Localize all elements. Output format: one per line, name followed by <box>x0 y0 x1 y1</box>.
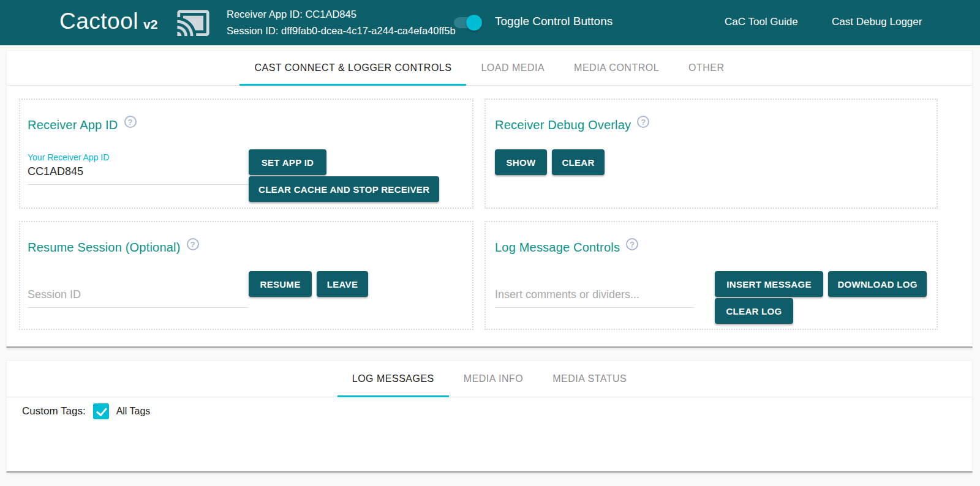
app-logo: Cactool v2 <box>59 9 157 34</box>
log-message-input[interactable] <box>495 286 694 308</box>
controls-card: CAST CONNECT & LOGGER CONTROLS LOAD MEDI… <box>6 50 973 348</box>
app-logo-text: Cactool <box>59 9 138 34</box>
set-app-id-button[interactable]: SET APP ID <box>249 149 326 175</box>
receiver-app-id-title: Receiver App ID ? <box>28 118 137 132</box>
resume-session-title: Resume Session (Optional) ? <box>28 241 199 255</box>
tab-media-info[interactable]: MEDIA INFO <box>449 361 538 397</box>
log-message-controls-panel: Log Message Controls ? INSERT MESSAGE DO… <box>484 221 938 330</box>
tab-media-control[interactable]: MEDIA CONTROL <box>559 51 674 85</box>
download-log-button[interactable]: DOWNLOAD LOG <box>828 271 927 297</box>
log-message-field <box>495 286 694 308</box>
app-header: Cactool v2 Receiver App ID: CC1AD845 Ses… <box>0 0 980 45</box>
cast-debug-logger-link[interactable]: Cast Debug Logger <box>832 16 922 28</box>
session-id-line: Session ID: dff9fab0-dcea-4c17-a244-ca4e… <box>227 23 456 39</box>
receiver-app-id-field: Your Receiver App ID <box>28 152 248 185</box>
tab-media-status[interactable]: MEDIA STATUS <box>538 361 641 397</box>
session-info: Receiver App ID: CC1AD845 Session ID: df… <box>227 6 456 39</box>
tab-load-media[interactable]: LOAD MEDIA <box>466 51 559 85</box>
log-card: LOG MESSAGES MEDIA INFO MEDIA STATUS Cus… <box>6 360 973 473</box>
clear-cache-stop-receiver-button[interactable]: CLEAR CACHE AND STOP RECEIVER <box>249 176 439 202</box>
toggle-label: Toggle Control Buttons <box>495 15 612 28</box>
session-id-field <box>28 286 248 308</box>
insert-message-button[interactable]: INSERT MESSAGE <box>715 271 823 297</box>
receiver-app-id-input-label: Your Receiver App ID <box>28 152 248 162</box>
resume-button[interactable]: RESUME <box>249 271 312 297</box>
log-tabbar: LOG MESSAGES MEDIA INFO MEDIA STATUS <box>7 361 972 397</box>
help-icon[interactable]: ? <box>124 116 137 128</box>
help-icon[interactable]: ? <box>637 116 649 128</box>
help-icon[interactable]: ? <box>187 238 199 250</box>
receiver-debug-overlay-title: Receiver Debug Overlay ? <box>495 118 649 132</box>
receiver-debug-overlay-panel: Receiver Debug Overlay ? SHOW CLEAR <box>484 99 938 209</box>
session-id-input[interactable] <box>28 286 248 308</box>
help-icon[interactable]: ? <box>626 238 638 250</box>
panels-grid: Receiver App ID ? Your Receiver App ID S… <box>19 99 938 330</box>
custom-tags-label: Custom Tags: <box>22 405 86 417</box>
log-message-controls-title: Log Message Controls ? <box>495 241 638 255</box>
cac-tool-guide-link[interactable]: CaC Tool Guide <box>725 16 798 28</box>
all-tags-label: All Tags <box>116 406 151 417</box>
tab-other[interactable]: OTHER <box>674 51 739 85</box>
resume-session-panel: Resume Session (Optional) ? RESUME LEAVE <box>19 221 473 330</box>
control-buttons-toggle[interactable] <box>453 15 482 31</box>
cast-connected-icon <box>176 6 211 40</box>
main-tabbar: CAST CONNECT & LOGGER CONTROLS LOAD MEDI… <box>7 51 972 86</box>
leave-button[interactable]: LEAVE <box>317 271 368 297</box>
app-logo-version: v2 <box>143 17 157 32</box>
clear-overlay-button[interactable]: CLEAR <box>552 149 605 175</box>
toggle-knob <box>466 15 482 31</box>
all-tags-checkbox[interactable] <box>93 403 109 419</box>
custom-tags-row: Custom Tags: All Tags <box>22 403 150 419</box>
clear-log-button[interactable]: CLEAR LOG <box>715 298 793 324</box>
receiver-app-id-line: Receiver App ID: CC1AD845 <box>227 6 456 23</box>
receiver-app-id-panel: Receiver App ID ? Your Receiver App ID S… <box>19 99 473 209</box>
receiver-app-id-input[interactable] <box>28 163 248 185</box>
tab-cast-connect-logger-controls[interactable]: CAST CONNECT & LOGGER CONTROLS <box>239 51 466 85</box>
show-overlay-button[interactable]: SHOW <box>495 149 547 175</box>
tab-log-messages[interactable]: LOG MESSAGES <box>337 361 449 397</box>
